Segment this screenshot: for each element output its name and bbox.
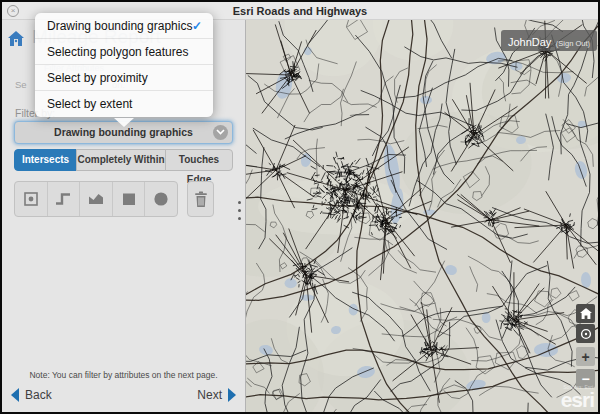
draw-point-button[interactable] — [15, 182, 47, 216]
zoom-in-button[interactable]: + — [576, 347, 595, 366]
user-badge[interactable]: JohnDay (Sign Out) — [501, 30, 597, 51]
map-canvas[interactable]: JohnDay (Sign Out) + − Sources: Esri esr… — [246, 20, 598, 412]
check-icon: ✓ — [192, 13, 202, 39]
draw-rectangle-button[interactable] — [112, 182, 145, 216]
draw-circle-button[interactable] — [144, 182, 177, 216]
menu-item-drawing-bounding-graphics[interactable]: Drawing bounding graphics ✓ — [35, 13, 213, 39]
menu-item-select-by-extent[interactable]: Select by extent — [35, 91, 213, 117]
description-fragment-left: Se — [15, 79, 27, 90]
tab-completely-within[interactable]: Completely Within — [76, 149, 166, 171]
polyline-icon — [54, 190, 72, 208]
polygon-icon — [87, 190, 105, 208]
wizard-nav: Back Next — [10, 386, 237, 404]
esri-logo: esri — [561, 388, 594, 412]
rectangle-icon — [120, 190, 138, 208]
dropdown-value: Drawing bounding graphics — [54, 126, 193, 138]
spatial-relation-tabs: Intersects Completely Within Touches Edg… — [14, 149, 233, 171]
note-text: Note: You can filter by attributes on th… — [2, 370, 245, 380]
chevron-down-icon — [213, 125, 228, 140]
clear-graphics-button[interactable] — [187, 181, 214, 217]
menu-caret — [114, 118, 134, 127]
map-home-button[interactable] — [576, 304, 595, 323]
locate-icon — [579, 327, 593, 341]
chevron-right-icon — [227, 388, 237, 402]
point-icon — [22, 190, 40, 208]
back-button[interactable]: Back — [10, 388, 52, 402]
sign-out-link: (Sign Out) — [556, 39, 590, 48]
chevron-left-icon — [10, 388, 20, 402]
panel-resize-handle[interactable] — [235, 196, 243, 222]
home-icon — [7, 30, 25, 48]
map-home-icon — [580, 308, 592, 319]
trash-icon — [192, 190, 210, 209]
tab-touches-edge[interactable]: Touches Edge — [165, 149, 233, 171]
next-button[interactable]: Next — [197, 388, 237, 402]
basemap-roads — [246, 20, 598, 412]
draw-polyline-button[interactable] — [47, 182, 80, 216]
draw-polygon-button[interactable] — [79, 182, 112, 216]
tab-intersects[interactable]: Intersects — [14, 149, 77, 171]
circle-icon — [152, 190, 170, 208]
back-label: Back — [25, 388, 52, 402]
menu-item-selecting-polygon-features[interactable]: Selecting polygon features — [35, 39, 213, 65]
username: JohnDay — [508, 36, 551, 48]
draw-tool-group — [14, 181, 178, 217]
app-window: × Esri Roads and Highways Mileage Report… — [0, 0, 600, 414]
close-icon[interactable]: × — [7, 5, 19, 17]
filter-method-menu: Drawing bounding graphics ✓ Selecting po… — [35, 13, 213, 117]
next-label: Next — [197, 388, 222, 402]
menu-item-select-by-proximity[interactable]: Select by proximity — [35, 65, 213, 91]
map-locate-button[interactable] — [576, 324, 595, 343]
